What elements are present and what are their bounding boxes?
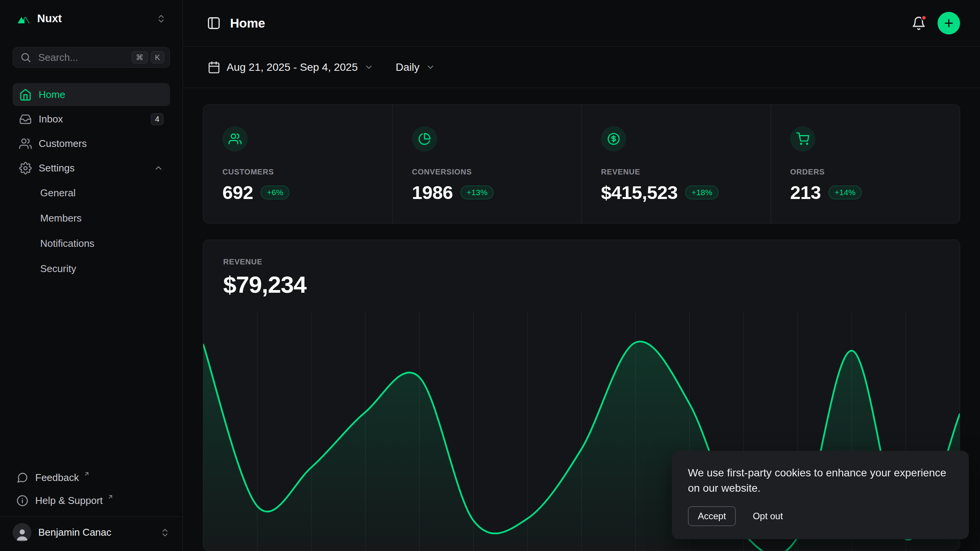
users-icon	[229, 132, 242, 145]
sidebar-item-home[interactable]: Home	[13, 83, 170, 106]
sidebar-item-label: Customers	[39, 138, 87, 150]
sidebar-item-members[interactable]: Members	[13, 206, 170, 230]
cookie-message: We use first-party cookies to enhance yo…	[688, 465, 953, 496]
sidebar-item-notifications[interactable]: Notifications	[13, 231, 170, 255]
stat-card-customers[interactable]: CUSTOMERS 692 +6%	[203, 105, 392, 223]
avatar	[13, 523, 31, 542]
sidebar-item-label: Home	[39, 89, 65, 101]
stat-icon-circle	[601, 126, 626, 152]
help-support-link[interactable]: Help & Support	[13, 489, 170, 512]
stat-label: CUSTOMERS	[222, 168, 373, 176]
sidebar-item-general[interactable]: General	[13, 181, 170, 205]
workspace-switcher[interactable]: Nuxt	[13, 11, 170, 26]
sidebar-item-label: General	[40, 187, 76, 199]
revenue-panel-value: $79,234	[223, 271, 940, 298]
calendar-icon	[207, 61, 220, 74]
cookie-banner: We use first-party cookies to enhance yo…	[672, 451, 969, 539]
info-circle-icon	[16, 495, 28, 507]
date-range-value: Aug 21, 2025 - Sep 4, 2025	[227, 61, 358, 73]
pie-chart-icon	[418, 132, 431, 145]
stat-label: REVENUE	[601, 168, 751, 176]
chevron-up-down-icon	[160, 528, 170, 538]
feedback-link[interactable]: Feedback	[13, 466, 170, 489]
home-icon	[19, 88, 32, 101]
chevron-up-down-icon	[156, 14, 166, 24]
stat-icon-circle	[222, 126, 248, 152]
date-range-picker[interactable]: Aug 21, 2025 - Sep 4, 2025	[207, 61, 374, 74]
notifications-button[interactable]	[911, 16, 926, 31]
user-name: Benjamin Canac	[38, 527, 111, 538]
notification-dot	[921, 15, 927, 21]
sidebar-item-label: Settings	[39, 162, 75, 174]
sidebar-nav: Home Inbox 4 Customers Settings General	[13, 83, 170, 280]
stat-label: ORDERS	[790, 168, 941, 176]
stat-icon-circle	[790, 126, 815, 152]
dollar-circle-icon	[607, 132, 620, 145]
search-icon	[20, 52, 31, 63]
external-link-icon	[83, 471, 90, 477]
filterbar: Aug 21, 2025 - Sep 4, 2025 Daily	[183, 47, 980, 88]
users-icon	[19, 137, 32, 150]
external-link-icon	[107, 494, 114, 500]
page-title: Home	[230, 16, 265, 31]
search-shortcut: ⌘ K	[132, 51, 164, 64]
workspace-name: Nuxt	[37, 12, 62, 25]
stat-delta-badge: +6%	[261, 186, 289, 199]
search-placeholder: Search...	[38, 52, 78, 64]
sidebar-footer: Feedback Help & Support Benjamin Canac	[13, 466, 170, 547]
footer-link-label: Help & Support	[35, 495, 103, 507]
panel-left-icon[interactable]	[207, 16, 221, 30]
sidebar-item-label: Security	[40, 263, 76, 275]
stat-value: 1986	[412, 182, 453, 203]
gear-icon	[19, 162, 32, 174]
plus-icon	[943, 17, 955, 29]
inbox-count-badge: 4	[151, 113, 163, 125]
stat-label: CONVERSIONS	[412, 168, 562, 176]
footer-link-label: Feedback	[35, 472, 79, 484]
stat-delta-badge: +14%	[828, 186, 861, 199]
message-bubble-icon	[16, 472, 28, 484]
sidebar-item-security[interactable]: Security	[13, 257, 170, 280]
chevron-up-icon	[154, 163, 163, 173]
user-menu[interactable]: Benjamin Canac	[0, 517, 183, 547]
sidebar-item-inbox[interactable]: Inbox 4	[13, 108, 170, 130]
chevron-down-icon	[426, 62, 435, 72]
stat-icon-circle	[412, 126, 437, 152]
sidebar: Nuxt Search... ⌘ K Home Inbox 4	[0, 0, 183, 551]
sidebar-item-label: Inbox	[39, 113, 63, 125]
search-input[interactable]: Search... ⌘ K	[13, 47, 170, 68]
stat-card-orders[interactable]: ORDERS 213 +14%	[771, 105, 960, 223]
sidebar-item-label: Notifications	[40, 238, 95, 249]
opt-out-button[interactable]: Opt out	[753, 511, 783, 522]
cart-icon	[796, 132, 809, 145]
kbd-cmd: ⌘	[132, 51, 148, 64]
stat-card-conversions[interactable]: CONVERSIONS 1986 +13%	[392, 105, 581, 223]
stat-value: 692	[222, 182, 253, 203]
granularity-select[interactable]: Daily	[396, 61, 435, 73]
stat-value: 213	[790, 182, 821, 203]
stat-card-revenue[interactable]: REVENUE $415,523 +18%	[581, 105, 771, 223]
kbd-k: K	[151, 51, 164, 64]
nuxt-logo-icon	[16, 14, 31, 24]
revenue-panel-label: REVENUE	[223, 258, 940, 266]
chevron-down-icon	[364, 62, 374, 72]
sidebar-item-label: Members	[40, 212, 82, 224]
topbar-actions	[911, 12, 960, 34]
sidebar-item-customers[interactable]: Customers	[13, 132, 170, 155]
inbox-icon	[19, 113, 32, 126]
add-button[interactable]	[938, 12, 960, 34]
stats-row: CUSTOMERS 692 +6% CONVERSIONS 1986 +13%	[203, 104, 960, 223]
stat-value: $415,523	[601, 182, 678, 203]
accept-button[interactable]: Accept	[688, 506, 736, 526]
topbar: Home	[183, 0, 980, 47]
granularity-value: Daily	[396, 61, 420, 73]
stat-delta-badge: +18%	[685, 186, 718, 199]
stat-delta-badge: +13%	[461, 186, 493, 199]
sidebar-item-settings[interactable]: Settings	[13, 156, 170, 179]
